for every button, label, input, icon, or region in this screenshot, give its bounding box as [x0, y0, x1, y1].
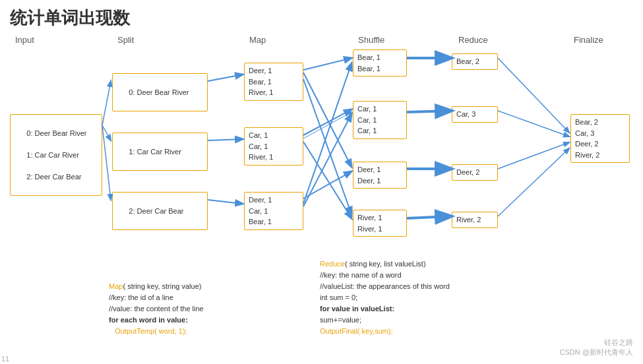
code-reduce-comment1: //key: the name of a word	[320, 271, 402, 279]
svg-line-19	[498, 58, 569, 133]
input-line-2: 2: Deer Car Bear	[26, 173, 81, 181]
code-left: Map( string key, string value) //key: th…	[109, 281, 204, 337]
col-shuffle: Shuffle	[358, 35, 384, 45]
svg-line-9	[303, 114, 352, 206]
watermark-line1: 硅谷之路	[560, 338, 633, 348]
code-reduce-init: int sum = 0;	[320, 293, 357, 301]
svg-line-4	[208, 139, 243, 140]
code-right: Reduce( string key, list valueList) //ke…	[320, 258, 450, 337]
reduce-box-1: Car, 3	[452, 106, 498, 123]
col-input: Input	[15, 35, 34, 45]
watermark: 硅谷之路 CSDN @新时代青年人	[560, 338, 633, 357]
svg-line-6	[303, 58, 352, 70]
finalize-box: Bear, 2 Car, 3 Deer, 2 River, 2	[570, 114, 630, 163]
reduce-box-2: Deer, 2	[452, 164, 498, 181]
shuffle-box-3: River, 1 River, 1	[353, 210, 407, 237]
svg-line-14	[303, 112, 352, 138]
svg-line-20	[498, 111, 569, 136]
code-reduce-comment2: //valueList: the appearances of this wor…	[320, 282, 450, 290]
diagram-area: Input Split Map Shuffle Reduce Finalize …	[10, 35, 633, 338]
svg-line-12	[303, 79, 352, 214]
split-box-1: 1: Car Car River	[112, 133, 208, 171]
svg-line-3	[208, 75, 243, 81]
svg-line-5	[208, 200, 243, 204]
col-finalize: Finalize	[574, 35, 603, 45]
svg-line-21	[498, 142, 569, 169]
svg-line-10	[303, 73, 352, 167]
code-map-output: OutputTemp( word, 1);	[109, 327, 187, 335]
col-split: Split	[117, 35, 134, 45]
col-map: Map	[249, 35, 266, 45]
svg-line-18	[407, 216, 450, 218]
code-reduce-signature: ( string key, list valueList)	[345, 260, 426, 268]
input-line-0: 0: Deer Bear River	[26, 129, 86, 137]
shuffle-box-1: Car, 1 Car, 1 Car, 1	[353, 101, 407, 139]
map-box-0: Deer, 1 Bear, 1 River, 1	[244, 63, 303, 101]
map-box-2: Deer, 1 Car, 1 Bear, 1	[244, 192, 303, 230]
code-map-keyword: Map	[109, 282, 123, 290]
col-reduce: Reduce	[458, 35, 488, 45]
input-line-1: 1: Car Car River	[26, 151, 78, 159]
input-box: 0: Deer Bear River 1: Car Car River 2: D…	[10, 114, 102, 196]
reduce-box-3: River, 2	[452, 212, 498, 228]
svg-line-22	[498, 148, 569, 216]
code-map-signature: ( string key, string value)	[123, 282, 201, 290]
code-map-comment1: //key: the id of a line	[109, 293, 173, 301]
code-map-for: for each word in value:	[109, 316, 188, 324]
page-number: 11	[1, 355, 9, 363]
page-title: 统计单词出现数	[10, 7, 633, 30]
shuffle-box-0: Bear, 1 Bear, 1	[353, 49, 407, 76]
svg-line-7	[303, 63, 352, 204]
svg-line-1	[102, 125, 111, 140]
page: 统计单词出现数 Input Split Map Shuffle Reduce F…	[0, 0, 643, 364]
map-box-1: Car, 1 Car, 1 River, 1	[244, 127, 303, 166]
svg-line-13	[303, 142, 352, 218]
shuffle-box-2: Deer, 1 Deer, 1	[353, 162, 407, 189]
svg-line-11	[303, 171, 352, 198]
svg-line-0	[102, 81, 111, 125]
split-box-0: 0: Deer Bear River	[112, 73, 208, 111]
code-reduce-for: for value in valueList:	[320, 305, 394, 313]
code-reduce-keyword: Reduce	[320, 260, 345, 268]
svg-line-16	[407, 111, 450, 112]
code-map-comment2: //value: the content of the line	[109, 305, 204, 313]
reduce-box-0: Bear, 2	[452, 53, 498, 70]
code-reduce-sum: sum+=value;	[320, 316, 361, 324]
svg-line-8	[303, 109, 352, 135]
watermark-line2: CSDN @新时代青年人	[560, 348, 633, 357]
code-reduce-output: OutputFinal( key,sum);	[320, 327, 392, 335]
split-box-2: 2: Deer Car Bear	[112, 192, 208, 230]
svg-line-2	[102, 125, 111, 200]
